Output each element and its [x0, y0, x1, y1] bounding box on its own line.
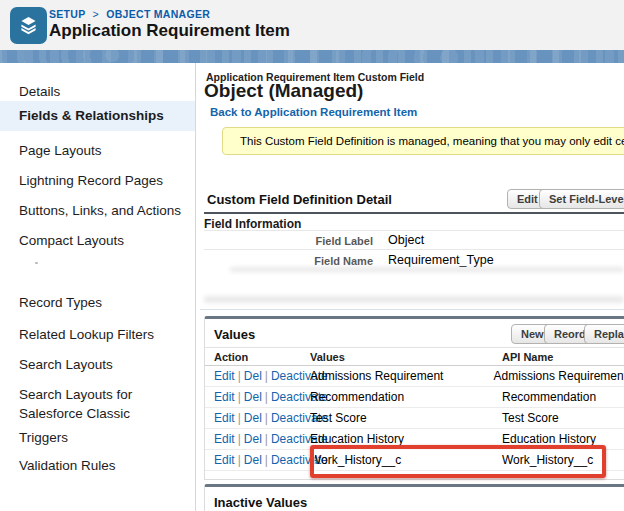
- column-header-action: Action: [205, 351, 310, 363]
- replace-button[interactable]: Replace: [584, 324, 624, 344]
- action-separator: |: [238, 369, 241, 383]
- values-panel: Values New Reorder Replace Action Values…: [204, 316, 624, 480]
- edit-link[interactable]: Edit: [214, 411, 235, 425]
- action-separator: |: [238, 432, 241, 446]
- sidebar-item-triggers[interactable]: Triggers: [19, 428, 187, 447]
- edit-link[interactable]: Edit: [214, 390, 235, 404]
- salesforce-setup-screen: SETUP > OBJECT MANAGER Application Requi…: [0, 0, 624, 511]
- action-separator: |: [238, 453, 241, 467]
- sidebar-item-compact-layouts[interactable]: Compact Layouts: [19, 231, 187, 250]
- managed-notice: This Custom Field Definition is managed,…: [222, 127, 624, 155]
- field-information-heading: Field Information: [204, 217, 301, 231]
- row-actions: Edit|Del|Deactivate: [205, 411, 310, 425]
- breadcrumb-setup-link[interactable]: SETUP: [49, 8, 85, 20]
- sidebar-item-page-layouts[interactable]: Page Layouts: [19, 141, 187, 160]
- sidebar-item-details[interactable]: Details: [19, 82, 187, 101]
- value-cell: Work_History__c: [310, 453, 502, 467]
- action-separator: |: [265, 432, 268, 446]
- sidebar-item-buttons-links-actions[interactable]: Buttons, Links, and Actions: [19, 201, 187, 220]
- api-name-cell: Test Score: [502, 411, 624, 425]
- field-name-value: Requirement_Type: [388, 253, 494, 267]
- breadcrumb-object-manager-link[interactable]: OBJECT MANAGER: [106, 8, 210, 20]
- inactive-values-title: Inactive Values: [214, 495, 307, 510]
- value-cell: Recommendation: [310, 390, 502, 404]
- del-link[interactable]: Del: [244, 369, 262, 383]
- back-link[interactable]: Back to Application Requirement Item: [210, 106, 417, 118]
- managed-notice-text: This Custom Field Definition is managed,…: [240, 135, 624, 147]
- action-separator: |: [265, 453, 268, 467]
- edit-link[interactable]: Edit: [214, 369, 235, 383]
- sidebar-item-record-types[interactable]: Record Types: [19, 293, 187, 312]
- sidebar: Details Fields & Relationships Page Layo…: [0, 63, 196, 511]
- action-separator: |: [265, 369, 268, 383]
- table-row-annotated: Edit|Del|Deactivate Work_History__c Work…: [205, 450, 624, 471]
- row-actions: Edit|Del|Deactivate: [205, 369, 310, 383]
- row-divider: [204, 230, 624, 231]
- breadcrumb: SETUP > OBJECT MANAGER: [49, 8, 210, 20]
- action-separator: |: [238, 390, 241, 404]
- del-link[interactable]: Del: [244, 432, 262, 446]
- values-panel-title: Values: [214, 327, 255, 342]
- table-row: Edit|Del|Deactivate Education History Ed…: [205, 429, 624, 450]
- action-separator: |: [238, 411, 241, 425]
- value-cell: Test Score: [310, 411, 502, 425]
- table-row: Edit|Del|Deactivate Recommendation Recom…: [205, 387, 624, 408]
- action-separator: |: [265, 390, 268, 404]
- value-cell: Education History: [310, 432, 502, 446]
- api-name-cell: Recommendation: [502, 390, 624, 404]
- row-divider: [204, 249, 624, 250]
- stitch-divider: [200, 309, 624, 310]
- field-title: Object (Managed): [204, 80, 363, 102]
- edit-link[interactable]: Edit: [214, 432, 235, 446]
- field-label-label: Field Label: [250, 235, 373, 247]
- stitch-artifact: [230, 267, 624, 272]
- sidebar-item-search-layouts[interactable]: Search Layouts: [19, 355, 187, 374]
- sidebar-item-related-lookup-filters[interactable]: Related Lookup Filters: [19, 325, 187, 344]
- page-title: Application Requirement Item: [49, 21, 290, 41]
- section-divider: [204, 212, 624, 214]
- sidebar-item-validation-rules[interactable]: Validation Rules: [19, 456, 187, 475]
- value-cell: Admissions Requirement: [310, 369, 494, 383]
- stitch-artifact: [204, 296, 624, 303]
- setup-header: SETUP > OBJECT MANAGER Application Requi…: [0, 0, 624, 50]
- del-link[interactable]: Del: [244, 411, 262, 425]
- inactive-values-panel: Inactive Values: [204, 484, 624, 511]
- sidebar-item-search-layouts-classic[interactable]: Search Layouts for Salesforce Classic: [19, 385, 177, 423]
- field-name-label: Field Name: [250, 255, 373, 267]
- del-link[interactable]: Del: [244, 390, 262, 404]
- edit-link[interactable]: Edit: [214, 453, 235, 467]
- set-field-level-security-button[interactable]: Set Field-Level Secu: [539, 189, 624, 209]
- row-actions: Edit|Del|Deactivate: [205, 453, 310, 467]
- breadcrumb-separator: >: [93, 8, 99, 20]
- api-name-cell: Admissions Requirement: [494, 369, 624, 383]
- row-actions: Edit|Del|Deactivate: [205, 432, 310, 446]
- sidebar-item-lightning-record-pages[interactable]: Lightning Record Pages: [19, 171, 187, 190]
- detail-section-title: Custom Field Definition Detail: [207, 192, 392, 207]
- column-header-api-name: API Name: [502, 351, 624, 363]
- api-name-cell: Work_History__c: [502, 453, 624, 467]
- values-table: Action Values API Name Edit|Del|Deactiva…: [205, 347, 624, 471]
- field-label-value: Object: [388, 233, 424, 247]
- table-row: Edit|Del|Deactivate Test Score Test Scor…: [205, 408, 624, 429]
- row-actions: Edit|Del|Deactivate: [205, 390, 310, 404]
- object-layers-icon: [10, 7, 47, 44]
- action-separator: |: [265, 411, 268, 425]
- del-link[interactable]: Del: [244, 453, 262, 467]
- sidebar-item-fields-relationships[interactable]: Fields & Relationships: [0, 101, 195, 131]
- table-row: Edit|Del|Deactivate Admissions Requireme…: [205, 366, 624, 387]
- column-header-values: Values: [310, 351, 502, 363]
- values-table-header: Action Values API Name: [205, 347, 624, 366]
- api-name-cell: Education History: [502, 432, 624, 446]
- decorative-banner: [0, 50, 624, 63]
- stitch-artifact: [35, 262, 38, 264]
